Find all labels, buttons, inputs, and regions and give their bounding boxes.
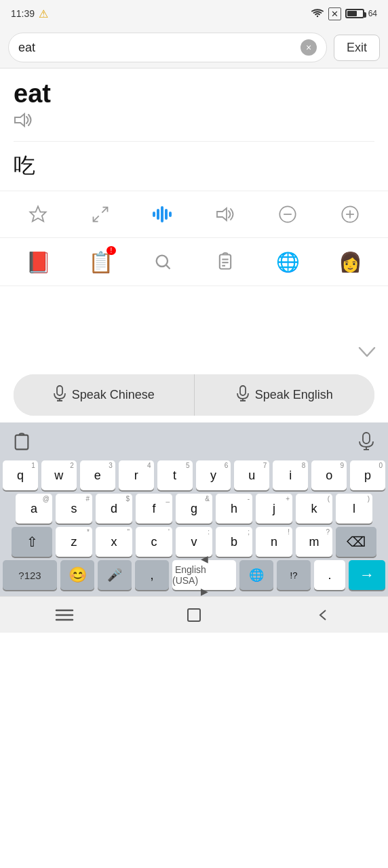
keyboard-top-row [3,428,385,460]
nav-bar [0,596,388,633]
key-j[interactable]: +j [256,494,292,524]
waveform-button[interactable] [148,199,178,229]
key-t[interactable]: 5t [157,460,193,490]
key-f[interactable]: _f [136,494,172,524]
action-row [0,191,388,238]
translate-button[interactable]: 🌐 [271,245,305,279]
dictionary-content: eat 吃 [0,68,388,191]
battery-icon [345,9,364,18]
svg-rect-6 [161,206,163,222]
shift-key[interactable]: ⇧ [12,527,52,557]
emoji-key[interactable]: 😊 [60,560,94,590]
chevron-down-icon[interactable] [357,342,377,363]
svg-point-15 [157,256,168,267]
svg-rect-7 [165,209,168,220]
key-c[interactable]: 'c [136,527,172,557]
svg-rect-8 [169,212,172,217]
search-input-container[interactable]: eat × [8,33,327,62]
svg-line-3 [94,216,99,221]
key-m[interactable]: ?m [296,527,332,557]
mic-key[interactable]: 🎤 [98,560,132,590]
key-x[interactable]: "x [96,527,132,557]
home-button[interactable] [174,606,214,624]
key-e[interactable]: 3e [80,460,115,490]
keyboard-row-2: @a #s $d _f &g -h +j (k )l [3,494,385,524]
key-z[interactable]: *z [56,527,92,557]
svg-rect-34 [188,609,200,621]
svg-marker-0 [15,114,24,126]
plus-button[interactable] [335,199,365,229]
blank-area [0,286,388,374]
status-time: 11:39 [11,8,35,19]
backspace-key[interactable]: ⌫ [336,527,376,557]
sound-icon-pronunciation[interactable] [14,113,33,132]
comma-key[interactable]: , [135,560,169,590]
key-y[interactable]: 6y [196,460,231,490]
enter-key[interactable]: → [349,560,385,590]
avatar-button[interactable]: 👩 [333,245,367,279]
key-q[interactable]: 1q [3,460,38,490]
keyboard-row-bottom: ?123 😊 🎤 , ◀ English (USA) ▶ 🌐 !? . → [3,560,385,590]
speak-english-label: Speak English [255,388,333,402]
speak-english-button[interactable]: Speak English [195,374,375,416]
key-n[interactable]: !n [256,527,292,557]
mic-kb-icon[interactable] [353,428,380,455]
key-b[interactable]: ;b [216,527,252,557]
key-v[interactable]: :v [176,527,212,557]
mic-english-icon [236,385,250,405]
exclaim-key[interactable]: !? [277,560,311,590]
key-r[interactable]: 4r [119,460,154,490]
key-u[interactable]: 7u [234,460,269,490]
key-p[interactable]: 0p [350,460,385,490]
badge: ! [106,246,116,255]
english-word: eat [14,79,374,108]
svg-rect-28 [363,433,370,443]
svg-rect-17 [220,255,231,269]
speak-chinese-button[interactable]: Speak Chinese [14,374,195,416]
key-k[interactable]: (k [296,494,332,524]
svg-line-16 [166,265,170,269]
chinese-word: 吃 [14,142,374,185]
search-input-text: eat [18,41,300,55]
sound-button[interactable] [210,199,240,229]
key-i[interactable]: 8i [273,460,308,490]
svg-marker-9 [217,208,227,220]
notebook-button[interactable]: 📕 [21,245,55,279]
svg-marker-1 [30,206,45,221]
x-icon: ✕ [328,7,341,20]
key-a[interactable]: @a [16,494,52,524]
battery-level: 64 [368,9,377,18]
globe-key[interactable]: 🌐 [239,560,273,590]
key-w[interactable]: 2w [41,460,77,490]
svg-line-2 [102,208,107,213]
keyboard-row-1: 1q 2w 3e 4r 5t 6y 7u 8i 9o 0p [3,460,385,490]
svg-rect-27 [16,435,28,450]
exit-button[interactable]: Exit [334,35,380,61]
speak-row: Speak Chinese Speak English [14,374,374,416]
sym-key[interactable]: ?123 [3,560,57,590]
menu-button[interactable] [44,608,85,623]
clear-button[interactable]: × [300,39,317,56]
clipboard-kb-icon[interactable] [8,428,35,455]
key-g[interactable]: &g [176,494,212,524]
star-button[interactable] [23,199,53,229]
period-key[interactable]: . [314,560,345,590]
toolbar-row: 📕 📋 ! 🌐 👩 [0,238,388,286]
search-bar: eat × Exit [0,27,388,68]
key-h[interactable]: -h [216,494,252,524]
minus-button[interactable] [273,199,303,229]
space-key[interactable]: ◀ English (USA) ▶ [172,560,236,590]
status-bar: 11:39 ⚠ ✕ 64 [0,0,388,27]
expand-button[interactable] [85,199,115,229]
key-l[interactable]: )l [336,494,372,524]
svg-rect-4 [153,212,155,217]
flashcard-button[interactable]: 📋 ! [83,245,117,279]
clipboard-button[interactable] [208,245,242,279]
warning-icon: ⚠ [39,7,48,20]
back-button[interactable] [303,606,344,624]
search-button[interactable] [146,245,180,279]
svg-rect-24 [240,386,246,395]
key-o[interactable]: 9o [311,460,347,490]
key-s[interactable]: #s [56,494,92,524]
key-d[interactable]: $d [96,494,132,524]
